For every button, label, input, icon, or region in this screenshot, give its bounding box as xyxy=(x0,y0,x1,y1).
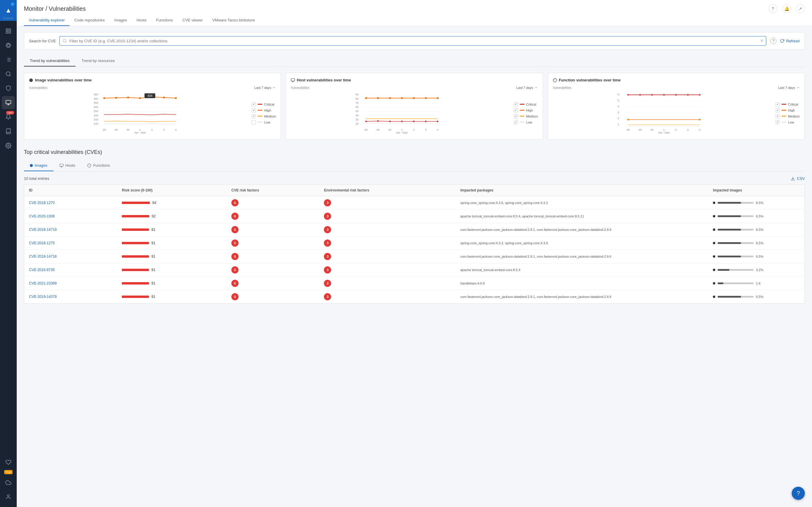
sidebar-item-shield[interactable] xyxy=(2,82,15,95)
cve-link[interactable]: CVE-2016-8735 xyxy=(29,268,55,272)
cell-packages: com.fasterxml.jackson.core_jackson-datab… xyxy=(456,290,708,303)
svg-rect-58 xyxy=(291,78,295,81)
refresh-label: Refresh xyxy=(786,39,800,43)
search-clear-icon[interactable]: × xyxy=(760,38,763,44)
svg-text:3: 3 xyxy=(163,128,165,131)
sidebar-item-settings[interactable] xyxy=(2,139,15,152)
cell-cve-risk: 5 xyxy=(226,290,319,303)
sub-tab-hosts[interactable]: Hosts xyxy=(53,160,81,171)
impacted-dot xyxy=(713,295,715,298)
legend-medium-check[interactable] xyxy=(252,114,256,118)
tab-vulnerability-explorer[interactable]: Vulnerability explorer xyxy=(24,15,69,26)
sidebar-item-alerts[interactable]: 1887 xyxy=(2,110,15,123)
help-icon[interactable]: ? xyxy=(768,4,777,13)
chart-function-period[interactable]: Last 7 days xyxy=(778,86,800,90)
search-help-icon[interactable]: ? xyxy=(770,38,776,44)
svg-text:Apr - May: Apr - May xyxy=(658,131,670,133)
sidebar-item-book[interactable] xyxy=(2,125,15,138)
chevron-down-icon xyxy=(796,86,800,90)
search-input-wrap[interactable]: × xyxy=(59,36,766,46)
tab-code-repositories[interactable]: Code repositories xyxy=(69,15,110,26)
sidebar-item-list[interactable] xyxy=(2,53,15,66)
env-risk-badge: 3 xyxy=(324,253,331,260)
legend-high-check[interactable] xyxy=(252,108,256,112)
sidebar-item-search[interactable] xyxy=(2,67,15,80)
legend-host-medium-check[interactable] xyxy=(514,114,518,118)
cell-env-risk: 3 xyxy=(319,210,455,223)
csv-button[interactable]: CSV xyxy=(791,176,805,181)
main-content: Monitor / Vulnerabilities ? 🔔 ↗ Vulnerab… xyxy=(17,0,812,507)
sidebar-item-plugin[interactable] xyxy=(2,456,15,469)
images-dot-icon xyxy=(30,164,33,167)
cve-link[interactable]: CVE-2018-1270 xyxy=(29,201,55,205)
impacted-pct-value: 6.5% xyxy=(756,255,763,258)
cve-link[interactable]: CVE-2021-23369 xyxy=(29,281,57,285)
legend-host-high-check[interactable] xyxy=(514,108,518,112)
sub-tab-functions[interactable]: Functions xyxy=(81,160,116,171)
cve-link[interactable]: CVE-2018-14719 xyxy=(29,228,57,232)
env-risk-badge: 3 xyxy=(324,266,331,274)
trend-tab-vulnerabilities[interactable]: Trend by vulnerabilities xyxy=(24,55,75,66)
tab-functions[interactable]: Functions xyxy=(151,15,177,26)
svg-point-41 xyxy=(115,97,117,99)
search-input[interactable] xyxy=(69,39,760,43)
cve-link[interactable]: CVE-2019-14379 xyxy=(29,295,57,299)
risk-bar xyxy=(122,282,149,284)
svg-text:1: 1 xyxy=(139,128,141,131)
legend-fn-medium: Medium xyxy=(775,114,800,118)
sidebar-item-monitor[interactable] xyxy=(2,96,15,109)
legend-fn-high: High xyxy=(775,108,800,112)
svg-point-77 xyxy=(365,97,367,99)
legend-fn-critical-check[interactable] xyxy=(775,102,780,107)
risk-bar xyxy=(122,269,149,271)
sidebar-item-cloud[interactable] xyxy=(2,476,15,489)
tab-cve-viewer[interactable]: CVE viewer xyxy=(177,15,207,26)
svg-point-40 xyxy=(103,97,105,99)
legend-fn-medium-check[interactable] xyxy=(775,114,780,118)
tab-images[interactable]: Images xyxy=(110,15,132,26)
tab-vmware-tanzu[interactable]: VMware Tanzu blobstore xyxy=(207,15,260,26)
refresh-button[interactable]: Refresh xyxy=(780,39,800,43)
chart-host-period[interactable]: Last 7 days xyxy=(516,86,538,90)
sidebar-item-user[interactable] xyxy=(2,490,15,503)
cve-link[interactable]: CVE-2018-14718 xyxy=(29,255,57,259)
svg-text:200: 200 xyxy=(94,114,98,117)
svg-point-82 xyxy=(425,97,426,99)
legend-low: Low xyxy=(252,120,276,124)
chart-image-period[interactable]: Last 7 days xyxy=(254,86,276,90)
cve-link[interactable]: CVE-2020-1938 xyxy=(29,214,55,218)
svg-text:29: 29 xyxy=(115,128,118,131)
topbar: Monitor / Vulnerabilities ? 🔔 ↗ Vulnerab… xyxy=(17,0,812,26)
legend-medium-color xyxy=(258,116,262,117)
impacted-pct-value: 1.6 xyxy=(756,282,760,285)
legend-host-high: High xyxy=(514,108,538,112)
help-fab-button[interactable]: ? xyxy=(792,487,805,500)
svg-text:3: 3 xyxy=(618,111,619,114)
impacted-bar-wrap: 6.5% xyxy=(713,295,800,298)
cve-link[interactable]: CVE-2018-1275 xyxy=(29,241,55,245)
svg-text:50: 50 xyxy=(356,110,359,113)
share-icon[interactable]: ↗ xyxy=(796,4,805,13)
notifications-icon[interactable]: 🔔 xyxy=(782,4,791,13)
svg-line-21 xyxy=(66,42,66,43)
svg-text:150: 150 xyxy=(94,118,98,121)
legend-host-low-check[interactable] xyxy=(514,120,518,124)
col-risk-score: Risk score (0-100) xyxy=(117,185,226,196)
legend-fn-high-check[interactable] xyxy=(775,108,780,112)
cell-impacted: 6.5% xyxy=(708,210,805,223)
hosts-sub-icon xyxy=(59,163,64,168)
sidebar-item-dashboard[interactable] xyxy=(2,24,15,38)
legend-host-critical-check[interactable] xyxy=(514,102,518,107)
impacted-bar-wrap: 6.5% xyxy=(713,255,800,258)
impacted-bar-fill xyxy=(718,256,741,258)
legend-medium: Medium xyxy=(252,114,276,118)
legend-fn-low-check[interactable] xyxy=(775,120,780,124)
sidebar-item-radar[interactable] xyxy=(2,39,15,52)
legend-low-check[interactable] xyxy=(252,120,256,124)
sub-tab-images[interactable]: Images xyxy=(24,160,53,171)
trend-tab-resources[interactable]: Trend by resources xyxy=(75,55,121,66)
tab-hosts[interactable]: Hosts xyxy=(132,15,151,26)
legend-critical-check[interactable] xyxy=(252,102,256,107)
svg-text:28: 28 xyxy=(364,128,367,131)
cell-packages: apache tomcat_tomcat-embed-core:8.5.4, a… xyxy=(456,210,708,223)
